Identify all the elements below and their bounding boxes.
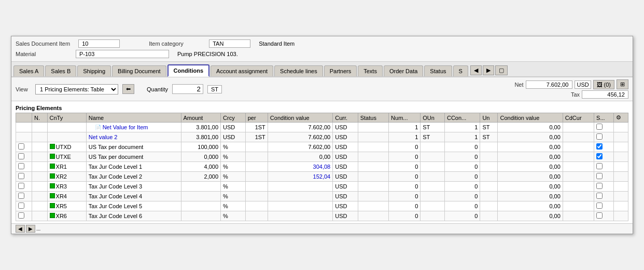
row-checkbox-cell[interactable] [16, 162, 32, 172]
tab-next-button[interactable]: ▶ [483, 65, 494, 75]
col-un[interactable]: Un [480, 113, 498, 123]
cell-s[interactable] [594, 192, 614, 201]
cell-name[interactable]: 📄 Net Value for Item [86, 123, 181, 132]
tax-row: Tax 456,12 [565, 90, 628, 99]
cell-name[interactable]: Tax Jur Code Level 5 [86, 201, 181, 211]
cell-s[interactable] [594, 142, 614, 152]
tab-order-data[interactable]: Order Data [384, 65, 423, 76]
row-checkbox-cell[interactable] [16, 201, 32, 211]
cell-s[interactable] [594, 152, 614, 162]
col-curr[interactable]: Curr. [333, 113, 358, 123]
cell-name[interactable]: Tax Jur Code Level 4 [86, 192, 181, 201]
cell-name[interactable]: US Tax per document [86, 152, 181, 162]
s-checkbox[interactable] [596, 153, 603, 159]
col-s[interactable]: S... [594, 113, 614, 123]
tab-account-assignment[interactable]: Account assignment [211, 65, 273, 76]
col-status[interactable]: Status [358, 113, 388, 123]
row-checkbox-cell[interactable] [16, 123, 32, 132]
tab-expand-button[interactable]: ▢ [495, 65, 508, 75]
row-checkbox-cell[interactable] [16, 142, 32, 152]
tab-partners[interactable]: Partners [324, 65, 357, 76]
row-checkbox-cell[interactable] [16, 172, 32, 182]
s-checkbox[interactable] [596, 203, 603, 209]
col-cdcur[interactable]: CdCur [563, 113, 594, 123]
material-label: Material [16, 51, 67, 57]
cell-s[interactable] [594, 201, 614, 211]
bottom-next-button[interactable]: ▶ [26, 225, 35, 233]
cell-s[interactable] [594, 211, 614, 221]
s-checkbox[interactable] [596, 124, 603, 130]
tab-billing-document[interactable]: Billing Document [112, 65, 166, 76]
tab-conditions[interactable]: Conditions [167, 64, 209, 77]
s-checkbox[interactable] [596, 183, 603, 189]
row-checkbox[interactable] [18, 203, 24, 209]
cell-crcy: % [221, 211, 246, 221]
cell-name[interactable]: Tax Jur Code Level 1 [86, 162, 181, 172]
row-checkbox[interactable] [18, 143, 24, 150]
cell-name[interactable]: US Tax per document [86, 142, 181, 152]
tab-texts[interactable]: Texts [358, 65, 383, 76]
s-checkbox[interactable] [596, 163, 603, 169]
cell-s[interactable] [594, 132, 614, 142]
row-checkbox[interactable] [18, 163, 24, 169]
row-checkbox-cell[interactable] [16, 192, 32, 201]
tab-s[interactable]: S [453, 65, 468, 76]
tab-prev-button[interactable]: ◀ [470, 65, 482, 75]
view-back-button[interactable]: ⬅ [122, 84, 134, 94]
view-select[interactable]: 1 Pricing Elements: Table [35, 84, 118, 95]
cell-name[interactable]: Tax Jur Code Level 6 [86, 211, 181, 221]
cell-ccon: 0 [444, 152, 480, 162]
row-checkbox[interactable] [18, 212, 24, 219]
cell-name[interactable]: Tax Jur Code Level 2 [86, 172, 181, 182]
cell-s[interactable] [594, 182, 614, 192]
tab-status[interactable]: Status [424, 65, 452, 76]
s-checkbox[interactable] [596, 143, 603, 150]
cell-s[interactable] [594, 162, 614, 172]
col-n[interactable]: N. [32, 113, 48, 123]
row-checkbox-cell[interactable] [16, 211, 32, 221]
cell-name[interactable]: Net value 2 [86, 132, 181, 142]
col-oun[interactable]: OUn [421, 113, 445, 123]
row-checkbox[interactable] [18, 183, 24, 189]
col-condition-value2[interactable]: Condition value [498, 113, 563, 123]
s-checkbox[interactable] [596, 212, 603, 219]
col-crcy[interactable]: Crcy [221, 113, 246, 123]
tab-sales-b[interactable]: Sales B [45, 65, 76, 76]
tab-shipping[interactable]: Shipping [77, 65, 111, 76]
cell-cdcur [563, 182, 594, 192]
row-checkbox-cell[interactable] [16, 152, 32, 162]
table-scroll-container[interactable]: N. CnTy Name Amount Crcy per Condition v… [16, 113, 628, 221]
tab-sales-a[interactable]: Sales A [13, 65, 44, 76]
tab-schedule-lines[interactable]: Schedule lines [274, 65, 323, 76]
cell-un [480, 201, 498, 211]
section-title: Pricing Elements [16, 103, 628, 113]
row-checkbox[interactable] [18, 173, 24, 179]
col-settings-icon[interactable]: ⚙ [613, 113, 628, 123]
cell-s[interactable] [594, 123, 614, 132]
cell-status [358, 132, 388, 142]
cell-name[interactable]: Tax Jur Code Level 3 [86, 182, 181, 192]
cell-s[interactable] [594, 172, 614, 182]
net-icon-button[interactable]: 🖼 (0) [593, 80, 615, 89]
bottom-nav: ◀ ▶ ... [11, 223, 633, 234]
row-checkbox-cell[interactable] [16, 182, 32, 192]
col-condition-value[interactable]: Condition value [268, 113, 332, 123]
col-name[interactable]: Name [86, 113, 181, 123]
col-per[interactable]: per [245, 113, 268, 123]
cell-amount [181, 211, 221, 221]
col-amount[interactable]: Amount [181, 113, 221, 123]
expand-icon-button[interactable]: ⊞ [617, 79, 628, 89]
quantity-input[interactable]: 2 [172, 84, 203, 94]
bottom-prev-button[interactable]: ◀ [16, 225, 25, 233]
col-cnty[interactable]: CnTy [47, 113, 86, 123]
s-checkbox[interactable] [596, 193, 603, 199]
row-checkbox[interactable] [18, 193, 24, 199]
col-num[interactable]: Num... [389, 113, 421, 123]
net-tax-section: Net 7.602,00 USD 🖼 (0) ⊞ Tax 456,12 [509, 79, 629, 99]
s-checkbox[interactable] [596, 173, 603, 179]
row-checkbox-cell[interactable] [16, 132, 32, 142]
s-checkbox[interactable] [596, 133, 603, 140]
row-checkbox[interactable] [18, 153, 24, 159]
cell-un [480, 182, 498, 192]
col-ccon[interactable]: CCon... [444, 113, 480, 123]
